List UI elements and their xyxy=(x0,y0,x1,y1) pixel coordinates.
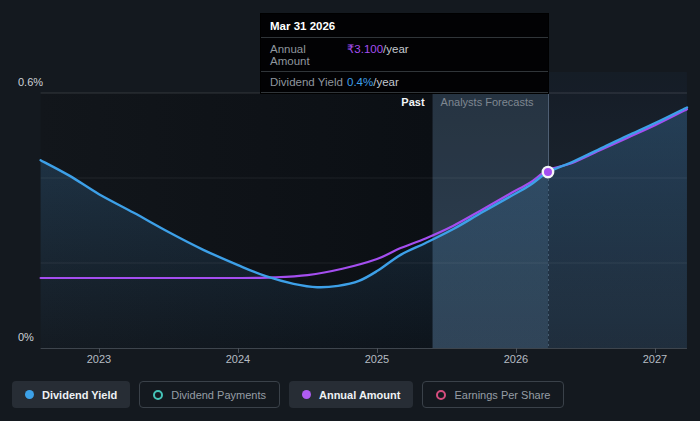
legend-label-dividend-payments: Dividend Payments xyxy=(171,389,266,401)
analysts-forecasts-label: Analysts Forecasts xyxy=(441,96,534,108)
past-label: Past xyxy=(401,96,425,108)
legend-item-dividend-payments[interactable]: Dividend Payments xyxy=(139,381,280,408)
legend-item-earnings-per-share[interactable]: Earnings Per Share xyxy=(422,381,564,408)
annual-amount-dot-icon xyxy=(302,390,311,399)
legend-item-dividend-yield[interactable]: Dividend Yield xyxy=(12,381,130,408)
dividend-chart-panel: 0.6%0%PastAnalysts Forecasts202320242025… xyxy=(0,0,700,421)
legend-item-annual-amount[interactable]: Annual Amount xyxy=(289,381,413,408)
tooltip-dividend-yield-label: Dividend Yield xyxy=(270,76,347,88)
chart-tooltip: Mar 31 2026 Annual Amount ₹3.100 /year D… xyxy=(260,13,549,94)
y-tick-label-top: 0.6% xyxy=(18,76,43,88)
tooltip-row-annual-amount: Annual Amount ₹3.100 /year xyxy=(261,38,548,72)
x-tick-label: 2025 xyxy=(365,353,389,365)
earnings-per-share-circle-icon xyxy=(436,390,446,400)
tooltip-dividend-yield-suffix: /year xyxy=(373,76,399,88)
x-tick-label: 2023 xyxy=(87,353,111,365)
hover-marker[interactable] xyxy=(543,167,553,177)
tooltip-row-dividend-yield: Dividend Yield 0.4% /year xyxy=(261,72,548,93)
legend-label-annual-amount: Annual Amount xyxy=(319,389,400,401)
x-tick-label: 2027 xyxy=(643,353,667,365)
x-tick-label: 2026 xyxy=(504,353,528,365)
x-tick-label: 2024 xyxy=(226,353,250,365)
tooltip-annual-amount-label: Annual Amount xyxy=(270,43,347,67)
legend-label-earnings-per-share: Earnings Per Share xyxy=(454,389,550,401)
chart-legend: Dividend Yield Dividend Payments Annual … xyxy=(12,381,564,408)
tooltip-annual-amount-value: ₹3.100 xyxy=(347,42,383,56)
legend-label-dividend-yield: Dividend Yield xyxy=(42,389,117,401)
tooltip-date: Mar 31 2026 xyxy=(261,14,548,38)
tooltip-dividend-yield-value: 0.4% xyxy=(347,76,373,88)
dividend-yield-dot-icon xyxy=(25,390,34,399)
y-tick-label-bottom: 0% xyxy=(18,331,34,343)
tooltip-annual-amount-suffix: /year xyxy=(383,43,409,55)
dividend-payments-circle-icon xyxy=(153,390,163,400)
